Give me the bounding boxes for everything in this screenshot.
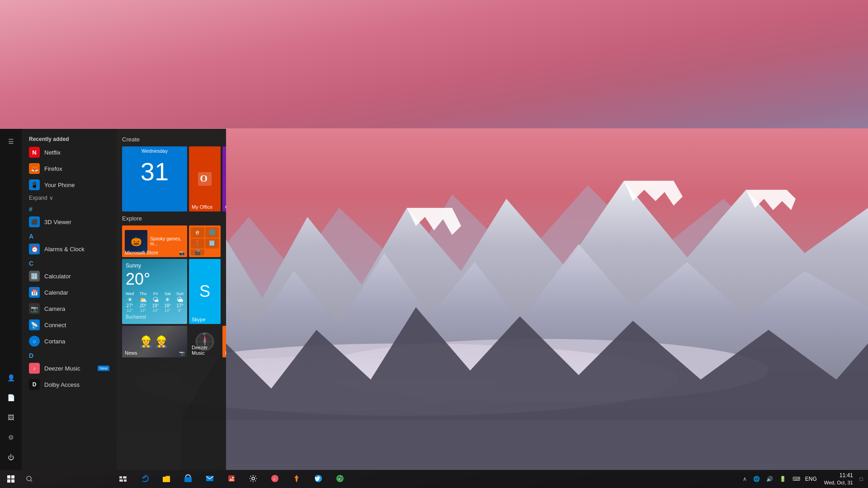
start-menu-left-strip: ☰ 👤 📄 🖼 ⚙ ⏻ (0, 129, 22, 470)
svg-text:♪: ♪ (273, 476, 275, 481)
app-item-calendar[interactable]: 📅 Calendar (22, 284, 117, 300)
taskbar-app-extra1[interactable]: ♪ (264, 470, 286, 488)
battery-icon[interactable]: 🔋 (778, 476, 788, 482)
documents-icon[interactable]: 📄 (2, 389, 20, 407)
recently-added-header: Recently added (22, 132, 117, 144)
edge-taskbar-icon (141, 474, 149, 483)
taskbar-app-extra3[interactable] (307, 470, 329, 488)
store-icon (184, 474, 192, 483)
pin-icon (292, 474, 301, 483)
taskbar-app-extra2[interactable] (286, 470, 307, 488)
forecast-sun: Sun 🌥 17° 5° (176, 291, 184, 313)
app-item-calculator[interactable]: 🔢 Calculator (22, 268, 117, 284)
calculator-icon: 🔢 (29, 271, 40, 282)
calendar-month: Wednesday (122, 146, 187, 155)
weather-temperature: 20° (126, 270, 184, 289)
taskbar-photos[interactable] (221, 470, 242, 488)
store-camera-icon: 📷 (179, 250, 184, 255)
search-button[interactable] (22, 470, 112, 488)
taskbar-mail[interactable] (199, 470, 221, 488)
app-item-camera[interactable]: 📷 Camera (22, 300, 117, 317)
explore-section-header: Explore (122, 213, 221, 225)
app-item-deezer[interactable]: ♪ Deezer Music New (22, 360, 117, 376)
app-item-cortana[interactable]: ○ Cortana (22, 333, 117, 349)
hamburger-menu-icon[interactable]: ☰ (2, 132, 20, 150)
tray-icons: ∧ 🌐 🔊 🔋 ⌨ (741, 476, 802, 482)
network-icon[interactable]: 🌐 (752, 476, 761, 482)
3d-viewer-icon: ⬛ (29, 216, 40, 227)
app-item-3d-viewer[interactable]: ⬛ 3D Viewer (22, 214, 117, 230)
taskbar-edge[interactable] (134, 470, 156, 488)
svg-point-32 (27, 476, 31, 481)
user-icon[interactable]: 👤 (2, 369, 20, 387)
tiles-row-3: Sunny 20° Wed ☀ 27° 12° Thu ⛅ 20° (122, 259, 221, 324)
tile-onenote[interactable]: N 1 OneNote (222, 146, 226, 211)
start-button[interactable] (0, 470, 22, 488)
tile-deezer[interactable]: N Deezer Music (189, 326, 221, 357)
taskbar: ♪ 🦅 ∧ 🌐 🔊 🔋 ⌨ (0, 470, 868, 488)
clock-date: Wed, Oct, 31 (824, 479, 853, 486)
task-view-icon (119, 476, 127, 482)
tile-calendar[interactable]: Wednesday 31 (122, 146, 187, 211)
app-item-firefox[interactable]: 🦊 Firefox (22, 160, 117, 177)
expand-button[interactable]: Expand ∨ (22, 193, 117, 203)
location-icon: 📍 (191, 239, 204, 249)
taskbar-file-explorer[interactable] (156, 470, 177, 488)
letter-header-hash: # (22, 203, 117, 214)
power-icon[interactable]: ⏻ (2, 448, 20, 466)
clock-display[interactable]: 11:41 Wed, Oct, 31 (821, 472, 857, 486)
tile-office[interactable]: O My Office (189, 146, 221, 211)
system-tray: ∧ 🌐 🔊 🔋 ⌨ ENG 11:41 Wed, Oct, 31 □ (741, 472, 868, 486)
taskbar-app-extra4[interactable]: 🦅 (329, 470, 351, 488)
weather-city: Bucharest (126, 314, 184, 319)
tile-explore[interactable]: e 🌐 📍 🔢 🎬 (189, 225, 221, 257)
svg-rect-34 (119, 476, 122, 479)
skype-label: Skype (192, 317, 206, 322)
store-tile-text: Spooky games, m... (150, 236, 184, 246)
taskbar-settings[interactable] (242, 470, 264, 488)
letter-header-c: C (22, 257, 117, 268)
tile-weather[interactable]: Sunny 20° Wed ☀ 27° 12° Thu ⛅ 20° (122, 259, 187, 324)
tile-news[interactable]: 👷👷 News 📷 (122, 326, 187, 357)
mail-icon (206, 474, 214, 483)
your-phone-icon: 📱 (29, 179, 40, 190)
app-item-alarms[interactable]: ⏰ Alarms & Clock (22, 241, 117, 257)
settings-taskbar-icon (249, 474, 257, 483)
firefox-icon: 🦊 (29, 163, 40, 174)
new-badge: New (98, 366, 109, 371)
alarms-clock-icon: ⏰ (29, 244, 40, 254)
news-label: News (125, 350, 137, 356)
dolby-icon: D (29, 379, 40, 390)
app-item-connect[interactable]: 📡 Connect (22, 317, 117, 333)
photos-label: Photos (225, 350, 226, 356)
tile-photos[interactable]: Photos (222, 326, 226, 357)
notification-icon[interactable]: □ (859, 476, 864, 482)
task-view-button[interactable] (112, 470, 134, 488)
svg-text:O: O (200, 173, 208, 184)
speaker-icon[interactable]: 🔊 (765, 476, 774, 482)
app-item-dolby[interactable]: D Dolby Access (22, 376, 117, 393)
pictures-icon[interactable]: 🖼 (2, 408, 20, 427)
tile-microsoft-store[interactable]: 🎃 Spooky games, m... Microsoft Store 📷 (122, 225, 187, 257)
settings-icon[interactable]: ⚙ (2, 428, 20, 446)
keyboard-icon: ⌨ (791, 476, 802, 482)
tiles-row-1: Wednesday 31 O My Office N (122, 146, 221, 211)
svg-rect-36 (119, 479, 123, 482)
office-label: My Office (192, 204, 212, 210)
app-item-your-phone[interactable]: 📱 Your Phone (22, 177, 117, 193)
forecast-wed: Wed ☀ 27° 12° (126, 291, 134, 313)
taskbar-pinned-apps: ♪ 🦅 (134, 470, 351, 488)
taskbar-store[interactable] (177, 470, 199, 488)
svg-text:🦅: 🦅 (338, 476, 344, 482)
tile-skype[interactable]: S Skype (189, 259, 221, 324)
svg-rect-39 (184, 477, 192, 482)
app-item-netflix[interactable]: N Netflix (22, 144, 117, 160)
start-menu: ☰ 👤 📄 🖼 ⚙ ⏻ Recently added N Netflix 🦊 F… (0, 129, 226, 470)
create-section-header: Create (122, 134, 221, 146)
twitter-icon (314, 474, 322, 483)
calendar-icon: 📅 (29, 287, 40, 298)
chevron-up-icon[interactable]: ∧ (741, 476, 748, 482)
svg-rect-31 (11, 479, 14, 483)
language-indicator[interactable]: ENG (803, 476, 819, 482)
onenote-label: OneNote (225, 204, 226, 210)
